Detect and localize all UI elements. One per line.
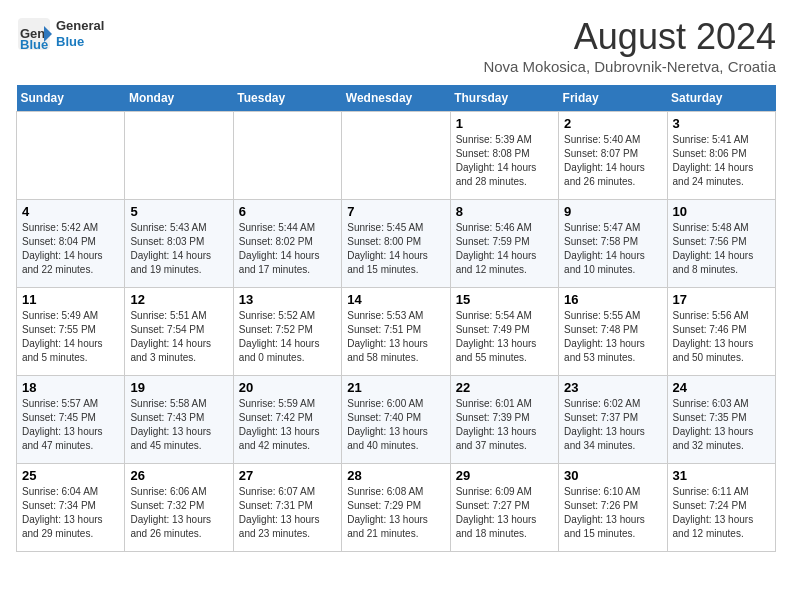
day-number: 28	[347, 468, 444, 483]
day-cell	[233, 112, 341, 200]
week-row-4: 18Sunrise: 5:57 AM Sunset: 7:45 PM Dayli…	[17, 376, 776, 464]
day-cell: 17Sunrise: 5:56 AM Sunset: 7:46 PM Dayli…	[667, 288, 775, 376]
day-info: Sunrise: 5:59 AM Sunset: 7:42 PM Dayligh…	[239, 397, 336, 453]
week-row-5: 25Sunrise: 6:04 AM Sunset: 7:34 PM Dayli…	[17, 464, 776, 552]
day-number: 25	[22, 468, 119, 483]
calendar-header: SundayMondayTuesdayWednesdayThursdayFrid…	[17, 85, 776, 112]
day-cell: 24Sunrise: 6:03 AM Sunset: 7:35 PM Dayli…	[667, 376, 775, 464]
day-info: Sunrise: 5:58 AM Sunset: 7:43 PM Dayligh…	[130, 397, 227, 453]
day-cell: 18Sunrise: 5:57 AM Sunset: 7:45 PM Dayli…	[17, 376, 125, 464]
day-info: Sunrise: 5:56 AM Sunset: 7:46 PM Dayligh…	[673, 309, 770, 365]
day-info: Sunrise: 5:54 AM Sunset: 7:49 PM Dayligh…	[456, 309, 553, 365]
day-number: 29	[456, 468, 553, 483]
day-info: Sunrise: 5:45 AM Sunset: 8:00 PM Dayligh…	[347, 221, 444, 277]
day-number: 23	[564, 380, 661, 395]
day-cell: 1Sunrise: 5:39 AM Sunset: 8:08 PM Daylig…	[450, 112, 558, 200]
logo-blue: Blue	[56, 34, 104, 50]
day-number: 15	[456, 292, 553, 307]
week-row-1: 1Sunrise: 5:39 AM Sunset: 8:08 PM Daylig…	[17, 112, 776, 200]
day-info: Sunrise: 6:04 AM Sunset: 7:34 PM Dayligh…	[22, 485, 119, 541]
day-number: 17	[673, 292, 770, 307]
calendar-table: SundayMondayTuesdayWednesdayThursdayFrid…	[16, 85, 776, 552]
day-cell	[17, 112, 125, 200]
day-info: Sunrise: 6:00 AM Sunset: 7:40 PM Dayligh…	[347, 397, 444, 453]
day-info: Sunrise: 6:11 AM Sunset: 7:24 PM Dayligh…	[673, 485, 770, 541]
day-cell: 7Sunrise: 5:45 AM Sunset: 8:00 PM Daylig…	[342, 200, 450, 288]
week-row-3: 11Sunrise: 5:49 AM Sunset: 7:55 PM Dayli…	[17, 288, 776, 376]
day-number: 1	[456, 116, 553, 131]
day-number: 6	[239, 204, 336, 219]
day-cell: 16Sunrise: 5:55 AM Sunset: 7:48 PM Dayli…	[559, 288, 667, 376]
logo-general: General	[56, 18, 104, 34]
day-number: 12	[130, 292, 227, 307]
day-info: Sunrise: 5:40 AM Sunset: 8:07 PM Dayligh…	[564, 133, 661, 189]
day-number: 24	[673, 380, 770, 395]
day-number: 8	[456, 204, 553, 219]
day-info: Sunrise: 6:03 AM Sunset: 7:35 PM Dayligh…	[673, 397, 770, 453]
day-cell: 31Sunrise: 6:11 AM Sunset: 7:24 PM Dayli…	[667, 464, 775, 552]
day-cell: 11Sunrise: 5:49 AM Sunset: 7:55 PM Dayli…	[17, 288, 125, 376]
day-info: Sunrise: 5:52 AM Sunset: 7:52 PM Dayligh…	[239, 309, 336, 365]
header-cell-wednesday: Wednesday	[342, 85, 450, 112]
day-info: Sunrise: 6:01 AM Sunset: 7:39 PM Dayligh…	[456, 397, 553, 453]
day-number: 26	[130, 468, 227, 483]
day-cell: 19Sunrise: 5:58 AM Sunset: 7:43 PM Dayli…	[125, 376, 233, 464]
day-cell: 20Sunrise: 5:59 AM Sunset: 7:42 PM Dayli…	[233, 376, 341, 464]
day-info: Sunrise: 6:08 AM Sunset: 7:29 PM Dayligh…	[347, 485, 444, 541]
day-cell: 5Sunrise: 5:43 AM Sunset: 8:03 PM Daylig…	[125, 200, 233, 288]
day-number: 7	[347, 204, 444, 219]
day-cell: 15Sunrise: 5:54 AM Sunset: 7:49 PM Dayli…	[450, 288, 558, 376]
day-info: Sunrise: 5:46 AM Sunset: 7:59 PM Dayligh…	[456, 221, 553, 277]
day-cell: 23Sunrise: 6:02 AM Sunset: 7:37 PM Dayli…	[559, 376, 667, 464]
day-number: 3	[673, 116, 770, 131]
day-cell: 8Sunrise: 5:46 AM Sunset: 7:59 PM Daylig…	[450, 200, 558, 288]
calendar-body: 1Sunrise: 5:39 AM Sunset: 8:08 PM Daylig…	[17, 112, 776, 552]
day-info: Sunrise: 6:09 AM Sunset: 7:27 PM Dayligh…	[456, 485, 553, 541]
day-number: 18	[22, 380, 119, 395]
logo: Gen Blue General Blue	[16, 16, 104, 52]
day-number: 20	[239, 380, 336, 395]
day-number: 4	[22, 204, 119, 219]
svg-text:Blue: Blue	[20, 37, 48, 52]
day-info: Sunrise: 5:43 AM Sunset: 8:03 PM Dayligh…	[130, 221, 227, 277]
day-cell: 14Sunrise: 5:53 AM Sunset: 7:51 PM Dayli…	[342, 288, 450, 376]
day-cell: 22Sunrise: 6:01 AM Sunset: 7:39 PM Dayli…	[450, 376, 558, 464]
title-section: August 2024 Nova Mokosica, Dubrovnik-Ner…	[483, 16, 776, 75]
day-number: 30	[564, 468, 661, 483]
day-cell: 27Sunrise: 6:07 AM Sunset: 7:31 PM Dayli…	[233, 464, 341, 552]
day-number: 27	[239, 468, 336, 483]
header: Gen Blue General Blue August 2024 Nova M…	[16, 16, 776, 75]
day-number: 11	[22, 292, 119, 307]
day-info: Sunrise: 5:53 AM Sunset: 7:51 PM Dayligh…	[347, 309, 444, 365]
day-cell	[342, 112, 450, 200]
day-number: 5	[130, 204, 227, 219]
header-cell-saturday: Saturday	[667, 85, 775, 112]
day-info: Sunrise: 5:49 AM Sunset: 7:55 PM Dayligh…	[22, 309, 119, 365]
day-number: 2	[564, 116, 661, 131]
day-cell: 6Sunrise: 5:44 AM Sunset: 8:02 PM Daylig…	[233, 200, 341, 288]
month-year: August 2024	[483, 16, 776, 58]
day-info: Sunrise: 6:07 AM Sunset: 7:31 PM Dayligh…	[239, 485, 336, 541]
day-info: Sunrise: 5:44 AM Sunset: 8:02 PM Dayligh…	[239, 221, 336, 277]
day-info: Sunrise: 5:57 AM Sunset: 7:45 PM Dayligh…	[22, 397, 119, 453]
header-cell-monday: Monday	[125, 85, 233, 112]
header-cell-sunday: Sunday	[17, 85, 125, 112]
day-number: 14	[347, 292, 444, 307]
day-cell: 13Sunrise: 5:52 AM Sunset: 7:52 PM Dayli…	[233, 288, 341, 376]
day-cell: 9Sunrise: 5:47 AM Sunset: 7:58 PM Daylig…	[559, 200, 667, 288]
day-number: 16	[564, 292, 661, 307]
day-cell: 30Sunrise: 6:10 AM Sunset: 7:26 PM Dayli…	[559, 464, 667, 552]
day-info: Sunrise: 5:48 AM Sunset: 7:56 PM Dayligh…	[673, 221, 770, 277]
logo-icon: Gen Blue	[16, 16, 52, 52]
day-number: 9	[564, 204, 661, 219]
day-number: 13	[239, 292, 336, 307]
day-cell: 25Sunrise: 6:04 AM Sunset: 7:34 PM Dayli…	[17, 464, 125, 552]
day-cell: 10Sunrise: 5:48 AM Sunset: 7:56 PM Dayli…	[667, 200, 775, 288]
day-info: Sunrise: 6:06 AM Sunset: 7:32 PM Dayligh…	[130, 485, 227, 541]
day-cell: 21Sunrise: 6:00 AM Sunset: 7:40 PM Dayli…	[342, 376, 450, 464]
day-cell: 3Sunrise: 5:41 AM Sunset: 8:06 PM Daylig…	[667, 112, 775, 200]
header-cell-friday: Friday	[559, 85, 667, 112]
day-info: Sunrise: 5:41 AM Sunset: 8:06 PM Dayligh…	[673, 133, 770, 189]
week-row-2: 4Sunrise: 5:42 AM Sunset: 8:04 PM Daylig…	[17, 200, 776, 288]
day-info: Sunrise: 6:02 AM Sunset: 7:37 PM Dayligh…	[564, 397, 661, 453]
